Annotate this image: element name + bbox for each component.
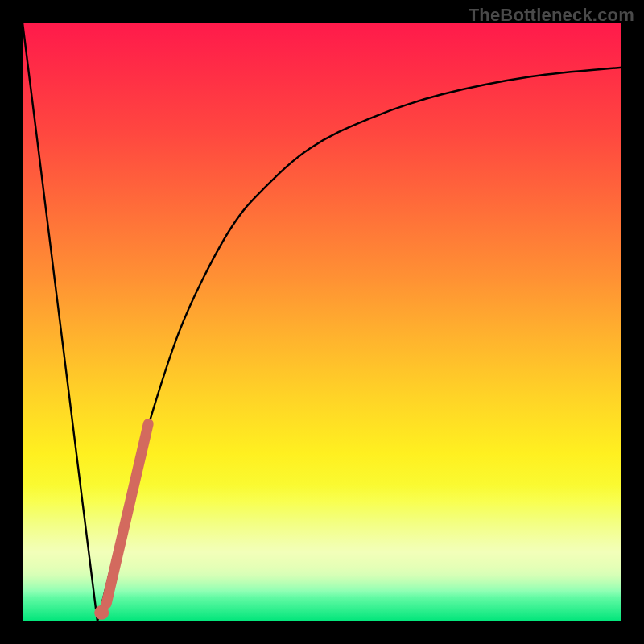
curve-layer: [23, 23, 621, 621]
highlight-endpoint: [94, 605, 109, 620]
chart-frame: TheBottleneck.com: [0, 0, 644, 644]
watermark-text: TheBottleneck.com: [469, 5, 634, 26]
plot-area: [23, 23, 621, 621]
bottleneck-curve: [23, 23, 621, 621]
highlight-segment: [106, 423, 148, 603]
